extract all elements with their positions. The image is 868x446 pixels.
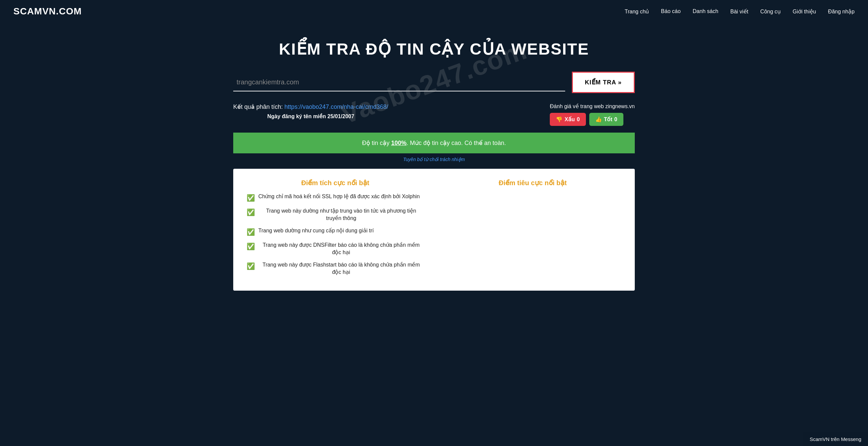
- list-item: ✅ Trang web này được Flashstart báo cáo …: [247, 261, 424, 276]
- list-item: ✅ Trang web này được DNSFilter báo cáo l…: [247, 241, 424, 257]
- vote-tot-count: 0: [614, 117, 617, 123]
- negative-col-title: Điểm tiêu cực nổi bật: [444, 179, 621, 187]
- positive-col: Điểm tích cực nổi bật ✅ Chứng chỉ mã hoá…: [247, 179, 424, 280]
- reg-date: Ngày đăng ký tên miền 25/01/2007: [233, 113, 388, 120]
- results-top: Kết quả phân tích: https://vaobo247.com/…: [233, 103, 635, 126]
- vote-tot-button[interactable]: 👍 Tốt 0: [589, 113, 623, 126]
- vote-xau-button[interactable]: 👎 Xấu 0: [550, 113, 586, 126]
- vote-tot-label: Tốt: [604, 116, 612, 123]
- kiemtra-button[interactable]: KIỂM TRA »: [572, 72, 635, 93]
- nav: Trang chủ Báo cáo Danh sách Bài viết Côn…: [625, 8, 855, 15]
- rating-label: Đánh giá về trang web zingnews.vn: [550, 103, 635, 110]
- nav-report[interactable]: Báo cáo: [661, 8, 681, 15]
- analysis-card: Điểm tích cực nổi bật ✅ Chứng chỉ mã hoá…: [233, 169, 635, 291]
- trust-prefix: Độ tin cậy: [362, 140, 391, 146]
- negative-col: Điểm tiêu cực nổi bật: [444, 179, 621, 280]
- check-icon: ✅: [247, 242, 255, 251]
- vote-xau-label: Xấu: [564, 116, 575, 123]
- positive-item-3: Trang web này được DNSFilter báo cáo là …: [258, 241, 424, 257]
- header: SCAMVN.COM Trang chủ Báo cáo Danh sách B…: [0, 0, 868, 23]
- logo: SCAMVN.COM: [13, 6, 82, 17]
- thumb-up-icon: 👍: [595, 116, 602, 123]
- footer-hint-text: ScamVN trên Messeng: [810, 436, 861, 442]
- result-label: Kết quả phân tích: https://vaobo247.com/…: [233, 103, 388, 111]
- list-item: ✅ Trang web này dường như tập trung vào …: [247, 207, 424, 222]
- results-left: Kết quả phân tích: https://vaobo247.com/…: [233, 103, 388, 120]
- results-section: Kết quả phân tích: https://vaobo247.com/…: [233, 103, 635, 297]
- nav-list[interactable]: Danh sách: [693, 8, 718, 15]
- check-icon: ✅: [247, 208, 255, 217]
- thumb-down-icon: 👎: [556, 116, 562, 123]
- disclaimer-link[interactable]: Tuyên bố từ chối trách nhiệm: [233, 157, 635, 162]
- search-container: Vaobo247.com KIỂM TRA »: [233, 72, 635, 93]
- check-icon: ✅: [247, 262, 255, 271]
- check-icon: ✅: [247, 193, 255, 203]
- trust-suffix: . Mức độ tin cậy cao. Có thể an toàn.: [407, 140, 506, 146]
- result-url-link[interactable]: https://vaobo247.com/nha-cai/cmd368/: [284, 103, 388, 110]
- results-right: Đánh giá về trang web zingnews.vn 👎 Xấu …: [550, 103, 635, 126]
- nav-articles[interactable]: Bài viết: [731, 8, 748, 15]
- list-item: ✅ Trang web dường như cung cấp nội dung …: [247, 227, 424, 237]
- hero-section: KIỂM TRA ĐỘ TIN CẬY CỦA WEBSITE Vaobo247…: [0, 23, 868, 307]
- vote-xau-count: 0: [577, 117, 580, 123]
- check-icon: ✅: [247, 227, 255, 237]
- search-input[interactable]: [233, 74, 565, 91]
- positive-item-2: Trang web dường như cung cấp nội dung gi…: [258, 227, 374, 234]
- trust-bar: Độ tin cậy 100%. Mức độ tin cậy cao. Có …: [233, 132, 635, 153]
- positive-item-0: Chứng chỉ mã hoá kết nối SSL hợp lệ đã đ…: [258, 193, 420, 200]
- vote-buttons: 👎 Xấu 0 👍 Tốt 0: [550, 113, 635, 126]
- trust-percent: 100%: [391, 140, 407, 146]
- positive-item-4: Trang web này được Flashstart báo cáo là…: [258, 261, 424, 276]
- footer-hint: ScamVN trên Messeng: [803, 432, 868, 446]
- list-item: ✅ Chứng chỉ mã hoá kết nối SSL hợp lệ đã…: [247, 193, 424, 203]
- positive-item-1: Trang web này dường như tập trung vào ti…: [258, 207, 424, 222]
- nav-about[interactable]: Giới thiệu: [793, 8, 816, 15]
- nav-home[interactable]: Trang chủ: [625, 8, 649, 15]
- nav-login[interactable]: Đăng nhập: [828, 8, 855, 15]
- positive-col-title: Điểm tích cực nổi bật: [247, 179, 424, 187]
- nav-tools[interactable]: Công cụ: [760, 8, 781, 15]
- hero-title: KIỂM TRA ĐỘ TIN CẬY CỦA WEBSITE: [13, 39, 855, 58]
